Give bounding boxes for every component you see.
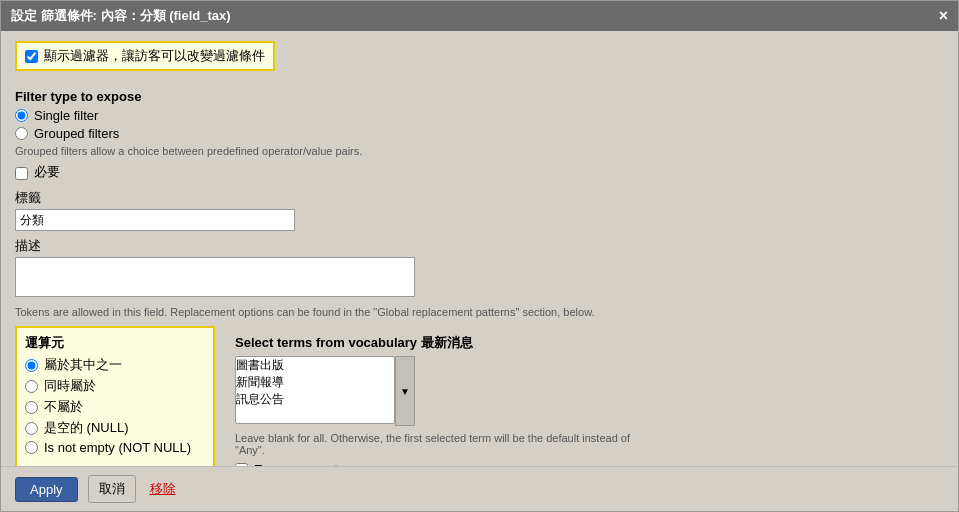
op-not-null: Is not empty (NOT NULL) [25, 440, 205, 455]
radio-single-input[interactable] [15, 109, 28, 122]
apply-button[interactable]: Apply [15, 477, 78, 502]
description-field-label: 描述 [15, 237, 944, 255]
operator-label: 運算元 [25, 334, 205, 352]
description-field-row: 描述 [15, 237, 944, 300]
operator-box: 運算元 屬於其中之一 同時屬於 不屬於 [15, 326, 215, 466]
close-button[interactable]: × [939, 8, 948, 24]
description-field-input[interactable] [15, 257, 415, 297]
label-field-label: 標籤 [15, 189, 944, 207]
dialog-title: 設定 篩選條件: 內容：分類 (field_tax) [11, 7, 231, 25]
op-not-null-radio[interactable] [25, 441, 38, 454]
required-checkbox-row: 必要 [15, 163, 944, 183]
op-in: 屬於其中之一 [25, 356, 205, 374]
footer: Apply 取消 移除 [1, 466, 958, 511]
label-field-row: 標籤 [15, 189, 944, 231]
op-in-label: 屬於其中之一 [44, 356, 122, 374]
vocabulary-label: Select terms from vocabulary 最新消息 [235, 334, 944, 352]
two-col-section: 運算元 屬於其中之一 同時屬於 不屬於 [15, 326, 944, 466]
op-not-null-label: Is not empty (NOT NULL) [44, 440, 191, 455]
radio-single-filter: Single filter [15, 108, 944, 123]
op-and-label: 同時屬於 [44, 377, 96, 395]
op-not-in: 不屬於 [25, 398, 205, 416]
remove-link[interactable]: 移除 [150, 480, 176, 498]
filter-type-label: Filter type to expose [15, 89, 944, 104]
vocab-option-1[interactable]: 新聞報導 [236, 374, 394, 391]
radio-grouped-label: Grouped filters [34, 126, 119, 141]
right-col: Select terms from vocabulary 最新消息 圖書出版 新… [235, 326, 944, 466]
op-in-radio[interactable] [25, 359, 38, 372]
operator-radio-group: 屬於其中之一 同時屬於 不屬於 是空的 (NULL) [25, 356, 205, 455]
op-not-in-label: 不屬於 [44, 398, 83, 416]
cancel-button[interactable]: 取消 [88, 475, 136, 503]
radio-single-label: Single filter [34, 108, 98, 123]
required-checkbox[interactable] [15, 167, 28, 180]
vocabulary-select[interactable]: 圖書出版 新聞報導 訊息公告 [235, 356, 395, 424]
op-not-in-radio[interactable] [25, 401, 38, 414]
op-null-label: 是空的 (NULL) [44, 419, 129, 437]
vocab-option-2[interactable]: 訊息公告 [236, 391, 394, 408]
radio-grouped-filter: Grouped filters [15, 126, 944, 141]
show-filter-label: 顯示過濾器，讓訪客可以改變過濾條件 [44, 47, 265, 65]
filter-type-group: Single filter Grouped filters [15, 108, 944, 141]
dialog: 設定 篩選條件: 內容：分類 (field_tax) × 顯示過濾器，讓訪客可以… [0, 0, 959, 512]
dialog-content: 顯示過濾器，讓訪客可以改變過濾條件 Filter type to expose … [1, 31, 958, 466]
vocabulary-select-container: 圖書出版 新聞報導 訊息公告 ▼ [235, 356, 944, 426]
op-and-radio[interactable] [25, 380, 38, 393]
token-hint: Tokens are allowed in this field. Replac… [15, 306, 944, 318]
show-filter-checkbox-container: 顯示過濾器，讓訪客可以改變過濾條件 [15, 41, 275, 71]
grouped-hint: Grouped filters allow a choice between p… [15, 145, 944, 157]
vocab-option-0[interactable]: 圖書出版 [236, 357, 394, 374]
radio-grouped-input[interactable] [15, 127, 28, 140]
op-and: 同時屬於 [25, 377, 205, 395]
vocab-hint: Leave blank for all. Otherwise, the firs… [235, 432, 635, 456]
label-field-input[interactable] [15, 209, 295, 231]
required-label: 必要 [34, 163, 60, 181]
show-filter-checkbox[interactable] [25, 50, 38, 63]
op-null: 是空的 (NULL) [25, 419, 205, 437]
op-null-radio[interactable] [25, 422, 38, 435]
titlebar: 設定 篩選條件: 內容：分類 (field_tax) × [1, 1, 958, 31]
vocab-arrow-button[interactable]: ▼ [395, 356, 415, 426]
